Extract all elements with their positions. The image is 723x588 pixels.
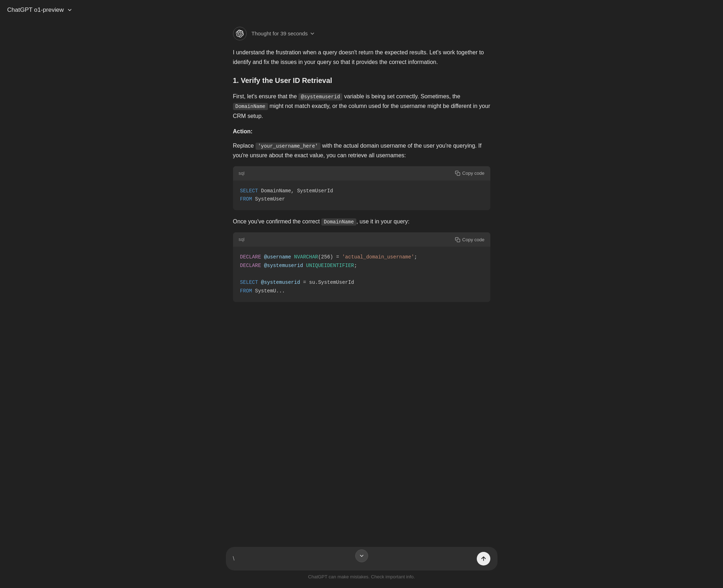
section1-text1-before: First, let's ensure that the <box>233 93 299 99</box>
action-text-before: Replace <box>233 143 256 149</box>
chevron-down-icon[interactable] <box>67 8 72 13</box>
section1-text1-middle: variable is being set correctly. Sometim… <box>342 93 460 99</box>
response-container: Thought for 39 seconds I understand the … <box>226 27 497 308</box>
main-content: Thought for 39 seconds I understand the … <box>0 20 723 588</box>
svg-rect-0 <box>457 173 460 176</box>
footer-disclaimer: ChatGPT can make mistakes. Check importa… <box>308 573 415 581</box>
code-line: DECLARE @systemuserid UNIQUEIDENTIFIER; <box>240 262 483 270</box>
section1-text1-after: might not match exactly, or the column u… <box>233 103 490 119</box>
code-block-2-body: DECLARE @username NVARCHAR(256) = 'actua… <box>233 247 490 302</box>
app-title: ChatGPT o1-preview <box>7 5 64 15</box>
thought-label[interactable]: Thought for 39 seconds <box>252 29 315 38</box>
copy-code-button-2[interactable]: Copy code <box>455 237 484 242</box>
svg-rect-1 <box>457 239 460 242</box>
intro-text: I understand the frustration when a quer… <box>233 48 490 67</box>
thought-header: Thought for 39 seconds <box>233 27 490 40</box>
code-block-1-header: sql Copy code <box>233 166 490 181</box>
scroll-down-button[interactable] <box>355 549 368 562</box>
domainname-inline2: DomainName <box>321 218 356 226</box>
systemuserid-inline: @systemuserid <box>298 93 342 100</box>
code-line: FROM SystemUser <box>240 195 483 204</box>
gpt-logo-icon <box>233 27 247 40</box>
after-code1-before: Once you've confirmed the correct <box>233 218 322 224</box>
action-paragraph: Replace 'your_username_here' with the ac… <box>233 141 490 160</box>
code-line <box>240 270 483 279</box>
code-line: FROM SystemU... <box>240 287 483 296</box>
code-line: SELECT @systemuserid = su.SystemUserId <box>240 278 483 287</box>
input-placeholder: \ <box>233 554 473 563</box>
code-line: SELECT DomainName, SystemUserId <box>240 187 483 196</box>
action-label: Action: <box>233 127 490 136</box>
copy-code-label-1: Copy code <box>462 171 484 176</box>
code-block-2: sql Copy code DECLARE @username NVARCHAR… <box>233 232 490 302</box>
code-lang-label-2: sql <box>239 236 245 243</box>
code-lang-label: sql <box>239 169 245 177</box>
after-code1-paragraph: Once you've confirmed the correct Domain… <box>233 217 490 227</box>
copy-code-label-2: Copy code <box>462 237 484 242</box>
code-block-2-header: sql Copy code <box>233 232 490 247</box>
code-block-1-body: SELECT DomainName, SystemUserId FROM Sys… <box>233 181 490 211</box>
code-line: DECLARE @username NVARCHAR(256) = 'actua… <box>240 253 483 262</box>
username-inline: 'your_username_here' <box>256 143 321 150</box>
message-body: I understand the frustration when a quer… <box>233 48 490 302</box>
chevron-down-icon <box>310 31 315 36</box>
copy-code-button-1[interactable]: Copy code <box>455 171 484 176</box>
section1-paragraph: First, let's ensure that the @systemuser… <box>233 92 490 121</box>
send-button[interactable] <box>477 552 490 565</box>
domainname-inline1: DomainName <box>233 103 268 110</box>
after-code1-after: , use it in your query: <box>356 218 410 224</box>
section1-title: 1. Verify the User ID Retrieval <box>233 74 490 87</box>
app-header: ChatGPT o1-preview <box>0 0 723 20</box>
code-block-1: sql Copy code SELECT DomainName, SystemU… <box>233 166 490 211</box>
